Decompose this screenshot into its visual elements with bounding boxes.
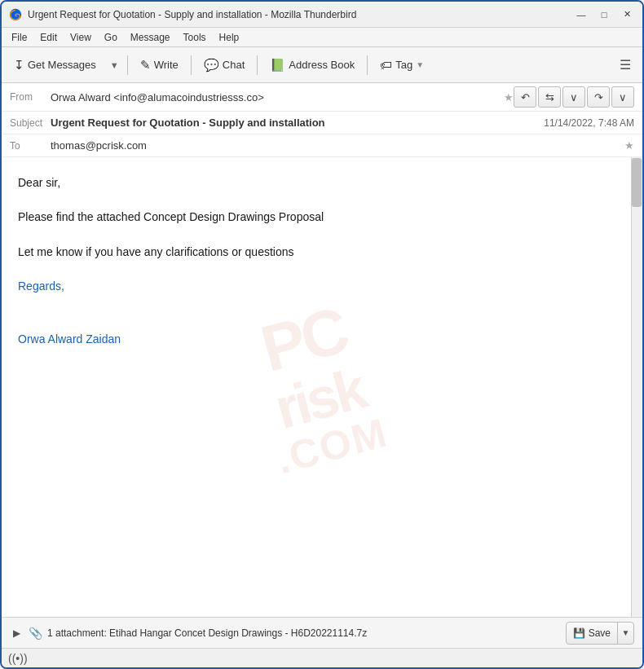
address-book-label: Address Book: [289, 59, 355, 71]
save-icon: 💾: [573, 627, 585, 639]
app-icon: [8, 7, 23, 22]
menu-bar: File Edit View Go Message Tools Help: [2, 28, 642, 47]
status-bar: ((•)): [2, 648, 642, 667]
chat-button[interactable]: 💬 Chat: [196, 54, 252, 77]
reply-all-button[interactable]: ⇆: [538, 86, 561, 108]
wifi-icon: ((•)): [8, 652, 28, 665]
address-book-icon: 📗: [270, 58, 285, 73]
body-regards: Regards,: [18, 277, 615, 295]
title-bar: Urgent Request for Quotation - Supply an…: [2, 2, 642, 28]
menu-view[interactable]: View: [64, 30, 98, 45]
from-value: Orwa Alward <info@alumacoindustriesss.co…: [51, 91, 501, 103]
to-row: To thomas@pcrisk.com ★: [2, 134, 642, 157]
toolbar-divider-3: [257, 55, 258, 75]
window-controls: — □ ✕: [572, 6, 636, 24]
menu-message[interactable]: Message: [124, 30, 177, 45]
app-window: Urgent Request for Quotation - Supply an…: [0, 0, 644, 669]
from-star-icon[interactable]: ★: [504, 91, 514, 103]
subject-label: Subject: [10, 117, 51, 129]
tag-button[interactable]: 🏷 Tag ▼: [373, 54, 431, 76]
attachment-bar: ▶ 📎 1 attachment: Etihad Hangar Concet D…: [2, 617, 642, 648]
tag-dropdown-icon: ▼: [416, 60, 424, 69]
menu-file[interactable]: File: [5, 30, 33, 45]
menu-tools[interactable]: Tools: [177, 30, 213, 45]
menu-help[interactable]: Help: [213, 30, 246, 45]
body-clarification: Let me know if you have any clarificatio…: [18, 243, 615, 261]
write-icon: ✎: [140, 58, 151, 73]
email-body-container: PC risk .COM Dear sir, Please find the a…: [2, 157, 642, 617]
get-messages-label: Get Messages: [28, 59, 96, 71]
toolbar-divider-4: [367, 55, 368, 75]
menu-go[interactable]: Go: [98, 30, 124, 45]
email-nav-buttons: ↶ ⇆ ∨ ↷ ∨: [514, 86, 634, 108]
save-button-group: 💾 Save ▼: [566, 622, 634, 645]
close-button[interactable]: ✕: [618, 6, 636, 24]
save-label: Save: [589, 627, 611, 639]
chat-icon: 💬: [204, 58, 219, 73]
nav-down-button[interactable]: ∨: [562, 86, 585, 108]
address-book-button[interactable]: 📗 Address Book: [262, 54, 362, 77]
nav-more-button[interactable]: ∨: [611, 86, 634, 108]
toolbar-divider-2: [191, 55, 192, 75]
email-body: PC risk .COM Dear sir, Please find the a…: [2, 157, 631, 617]
save-button[interactable]: 💾 Save: [567, 624, 617, 642]
to-star-icon[interactable]: ★: [624, 139, 634, 152]
window-title: Urgent Request for Quotation - Supply an…: [28, 9, 572, 20]
get-messages-button[interactable]: ↧ Get Messages: [7, 54, 104, 77]
maximize-button[interactable]: □: [595, 6, 613, 24]
from-label: From: [10, 91, 51, 103]
write-label: Write: [154, 59, 179, 71]
save-dropdown-button[interactable]: ▼: [617, 623, 633, 644]
attachment-text: 1 attachment: Etihad Hangar Concet Desig…: [47, 627, 561, 639]
to-label: To: [10, 140, 51, 152]
tag-icon: 🏷: [380, 58, 392, 72]
toolbar-divider-1: [127, 55, 128, 75]
subject-value: Urgent Request for Quotation - Supply an…: [51, 117, 544, 129]
tag-label: Tag: [395, 59, 412, 71]
to-value: thomas@pcrisk.com: [51, 139, 621, 152]
email-date: 11/14/2022, 7:48 AM: [544, 117, 634, 129]
menu-edit[interactable]: Edit: [33, 30, 64, 45]
from-row: From Orwa Alward <info@alumacoindustries…: [2, 83, 642, 112]
chat-label: Chat: [223, 59, 245, 71]
get-messages-icon: ↧: [14, 58, 24, 73]
write-button[interactable]: ✎ Write: [133, 54, 186, 77]
scroll-thumb[interactable]: [632, 158, 642, 207]
body-greeting: Dear sir,: [18, 174, 615, 191]
attachment-clip-icon: 📎: [29, 627, 42, 640]
minimize-button[interactable]: —: [572, 6, 590, 24]
email-scrollbar[interactable]: ▲: [631, 157, 642, 617]
from-info: From Orwa Alward <info@alumacoindustries…: [10, 91, 514, 103]
hamburger-menu[interactable]: ☰: [613, 54, 637, 76]
get-messages-dropdown[interactable]: ▼: [107, 56, 122, 74]
subject-row: Subject Urgent Request for Quotation - S…: [2, 112, 642, 134]
main-toolbar: ↧ Get Messages ▼ ✎ Write 💬 Chat 📗 Addres…: [2, 47, 642, 83]
forward-button[interactable]: ↷: [587, 86, 610, 108]
body-main: Please find the attached Concept Design …: [18, 208, 615, 226]
reply-button[interactable]: ↶: [514, 86, 536, 108]
body-signature: Orwa Alward Zaidan: [18, 330, 615, 348]
watermark: PC risk .COM: [240, 293, 392, 480]
attachment-expand-icon[interactable]: ▶: [10, 626, 24, 640]
